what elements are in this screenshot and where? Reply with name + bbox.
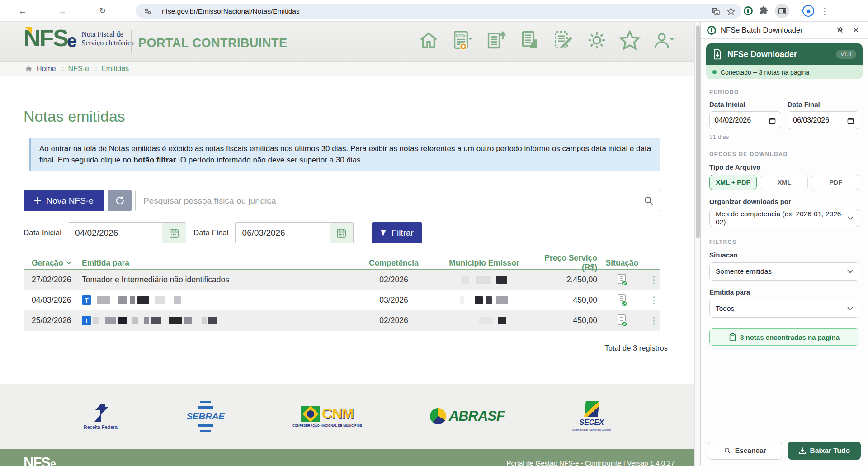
col-preco[interactable]: Preço Serviço (R$) (534, 253, 597, 272)
panel-data-final-input[interactable]: 06/03/2026 (788, 111, 859, 129)
favoritos-star-icon[interactable] (619, 29, 641, 51)
omnibox[interactable]: nfse.gov.br/EmissorNacional/Notas/Emitid… (136, 4, 741, 19)
filter-funnel-icon (380, 229, 387, 237)
refresh-button[interactable] (108, 190, 132, 211)
col-situacao[interactable]: Situação (597, 258, 647, 268)
rascunhos-icon[interactable] (553, 29, 575, 51)
situacao-doc-check-icon[interactable] (597, 294, 647, 307)
status-dot (712, 70, 717, 74)
screen: ← → ↻ nfse.gov.br/EmissorNacional/Notas/… (0, 0, 868, 466)
side-panel-icon[interactable] (775, 4, 789, 18)
data-inicial-input[interactable]: 04/02/2026 (68, 222, 186, 243)
calendar-icon[interactable] (769, 117, 776, 124)
col-municipio[interactable]: Município Emissor (434, 258, 534, 268)
reload-icon[interactable]: ↻ (95, 4, 110, 18)
cnm-logo[interactable]: CNM CONFEDERAÇÃO NACIONAL DE MUNICÍPIOS (292, 405, 362, 427)
footer-version-text: Portal de Gestão NFS-e - Contribuinte | … (506, 459, 675, 466)
row-menu-icon[interactable] (647, 276, 660, 284)
notas-found-text: 3 notas encontradas na pagina (740, 333, 840, 341)
config-gear-icon[interactable] (586, 30, 607, 51)
date-filter-row: Data Inicial 04/02/2026 Data Final 06/03… (24, 222, 422, 243)
browser-menu-icon[interactable]: ⋮ (821, 6, 829, 16)
col-competencia[interactable]: Competência (353, 258, 434, 268)
col-emitida-para[interactable]: Emitida para (82, 258, 353, 268)
cell-preco: 450,00 (534, 295, 597, 305)
close-icon[interactable]: ✕ (850, 24, 862, 36)
status-bar: Conectado -- 3 notas na pagina (706, 65, 863, 79)
nfse-extension-icon[interactable] (744, 6, 753, 15)
panel-actions: Escanear Baixar Tudo (701, 436, 868, 466)
site-settings-icon[interactable] (140, 7, 156, 15)
nova-nfse-icon[interactable]: NFSe (451, 29, 474, 52)
situacao-value: Somente emitidas (716, 267, 772, 276)
col-geracao[interactable]: Geração (24, 258, 82, 268)
nfse-logo[interactable]: NFS e Nota Fiscal de Serviço eletrônica (24, 28, 134, 48)
row-menu-icon[interactable] (647, 296, 660, 304)
cell-preco: 2.450,00 (534, 275, 597, 285)
breadcrumb-home[interactable]: Home (37, 65, 56, 73)
footer-bar: NFSe Portal de Gestão NFS-e - Contribuin… (0, 449, 694, 466)
extensions-puzzle-icon[interactable] (759, 5, 769, 17)
nova-nfse-button[interactable]: Nova NFS-e (24, 190, 104, 211)
recebidas-icon[interactable] (519, 29, 541, 51)
forward-icon[interactable]: → (55, 4, 70, 18)
pin-icon[interactable] (834, 24, 845, 36)
version-badge: v1.0 (836, 50, 856, 59)
translate-icon[interactable]: GA (708, 7, 723, 16)
profile-avatar[interactable]: ☻ (802, 5, 814, 17)
emitida-para-select[interactable]: Todos (709, 300, 859, 318)
extension-side-panel: NFSe Batch Downloader ✕ NFSe Downloader … (700, 22, 868, 466)
escanear-button[interactable]: Escanear (708, 442, 782, 460)
svg-text:A: A (716, 11, 718, 15)
table-row[interactable]: 27/02/2026 Tomador e Intermediário não i… (24, 270, 660, 290)
row-menu-icon[interactable] (647, 317, 660, 325)
nova-nfse-label: Nova NFS-e (46, 196, 94, 206)
abrasf-logo[interactable]: ABRASF (430, 408, 505, 424)
page-scrollbar[interactable] (694, 22, 700, 466)
baixar-tudo-button[interactable]: Baixar Tudo (788, 442, 861, 460)
download-icon (799, 447, 806, 454)
organizar-select[interactable]: Mes de competencia (ex: 2026-01, 2026-02… (709, 209, 859, 227)
scrollbar-thumb[interactable] (696, 25, 700, 238)
sebrae-logo[interactable]: SEBRAE (186, 400, 225, 433)
situacao-doc-check-icon[interactable] (597, 273, 647, 287)
cnm-flag-icon (301, 406, 320, 422)
search-input[interactable] (135, 190, 660, 211)
notas-table: Geração Emitida para Competência Municíp… (24, 253, 660, 331)
user-menu-icon[interactable] (652, 30, 676, 51)
data-final-value: 06/03/2026 (236, 228, 285, 238)
situacao-doc-check-icon[interactable] (597, 314, 647, 328)
url-text[interactable]: nfse.gov.br/EmissorNacional/Notas/Emitid… (162, 7, 708, 15)
table-header-row: Geração Emitida para Competência Municíp… (24, 253, 660, 270)
data-final-input[interactable]: 06/03/2026 (235, 222, 354, 243)
tipo-pdf-button[interactable]: PDF (812, 175, 859, 190)
cell-emitida-redacted: T (82, 317, 353, 324)
data-inicial-value: 04/02/2026 (68, 228, 118, 238)
organizar-value: Mes de competencia (ex: 2026-01, 2026-02… (716, 210, 848, 226)
chevron-down-icon (848, 216, 853, 220)
receita-federal-logo[interactable]: Receita Federal (84, 403, 119, 430)
panel-data-inicial-input[interactable]: 04/02/2026 (709, 111, 781, 129)
back-icon[interactable]: ← (15, 4, 30, 18)
tipo-arquivo-label: Tipo de Arquivo (709, 163, 859, 171)
dias-count: 31 dias (709, 133, 859, 140)
search-icon[interactable] (643, 195, 654, 208)
tipo-xml-button[interactable]: XML (761, 175, 808, 190)
emitidas-icon[interactable] (486, 29, 508, 51)
downloader-card-header: NFSe Downloader v1.0 (706, 43, 863, 65)
table-row[interactable]: 25/02/2026 T (24, 310, 660, 331)
filtros-section: FILTROS Situacao Somente emitidas Emitid… (709, 239, 859, 318)
breadcrumb-nfse[interactable]: NFS-e (68, 65, 89, 73)
page-title: Notas emitidas (24, 108, 125, 125)
tipo-xml-pdf-button[interactable]: XML + PDF (709, 175, 757, 190)
calendar-icon[interactable] (162, 223, 186, 243)
filtrar-button[interactable]: Filtrar (372, 222, 422, 243)
bookmark-star-icon[interactable] (723, 7, 739, 16)
situacao-select[interactable]: Somente emitidas (709, 262, 859, 281)
home-icon[interactable] (418, 30, 439, 51)
table-row[interactable]: 04/03/2026 T 03/2026 (24, 290, 660, 310)
cell-geracao: 27/02/2026 (24, 275, 82, 285)
secex-logo[interactable]: SECEX Secretaria de Comércio Exterior (572, 401, 611, 431)
calendar-icon[interactable] (847, 117, 854, 124)
calendar-icon[interactable] (330, 223, 353, 243)
